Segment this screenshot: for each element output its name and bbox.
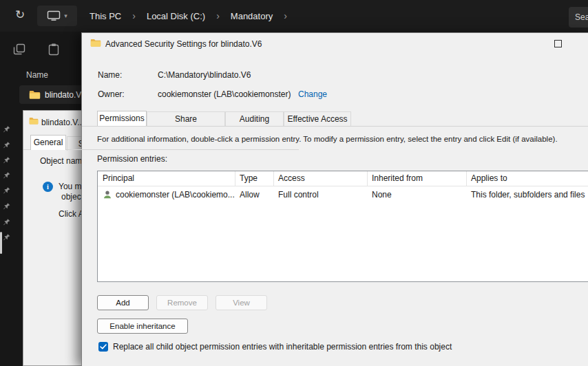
chevron-right-icon[interactable]: › [132,10,136,21]
column-header-name[interactable]: Name [26,70,48,80]
pin-icon[interactable] [2,156,11,165]
column-header-principal[interactable]: Principal [98,171,235,186]
name-value: C:\Mandatory\blindato.V6 [158,70,251,80]
pin-icon[interactable] [2,186,11,195]
tab-divider [82,126,588,127]
column-header-type[interactable]: Type [235,171,274,186]
chevron-right-icon[interactable]: › [284,10,287,21]
enable-inheritance-button[interactable]: Enable inheritance [97,319,188,334]
owner-label: Owner: [98,89,125,99]
column-header-access[interactable]: Access [274,171,368,186]
maximize-button[interactable] [554,40,562,47]
pin-icon[interactable] [2,218,11,227]
cell-access: Full control [274,190,368,200]
folder-icon [90,39,101,50]
search-input[interactable]: Sea [569,7,588,28]
pin-icon[interactable] [2,125,11,134]
tab-general[interactable]: General [30,135,66,150]
replace-permissions-label[interactable]: Replace all child object permission entr… [113,342,452,352]
column-header-inherited-from[interactable]: Inherited from [368,171,467,186]
table-row[interactable]: cookiemonster (LAB\cookiemo... Allow Ful… [98,186,588,203]
folder-icon [29,90,41,100]
cell-type: Allow [235,190,274,200]
instructions-text: For additional information, double-click… [97,135,558,143]
pin-icon[interactable] [2,202,11,211]
checkmark-icon [100,344,107,349]
pin-icon[interactable] [2,171,11,180]
name-label: Name: [98,70,122,80]
refresh-icon[interactable]: ↻ [15,9,25,21]
this-pc-monitor-icon [47,10,61,21]
advanced-security-settings-dialog: Advanced Security Settings for blindato.… [81,32,588,366]
tab-permissions[interactable]: Permissions [97,111,147,126]
breadcrumb-mandatory[interactable]: Mandatory [231,11,273,21]
chevron-down-icon: ▾ [64,12,67,19]
file-list-item-blindato[interactable]: blindato.V6 [19,85,88,104]
chevron-right-icon[interactable]: › [216,10,220,21]
add-button[interactable]: Add [97,295,149,310]
info-icon: i [43,182,53,192]
owner-value: cookiemonster (LAB\cookiemonster) [158,89,291,99]
breadcrumb: This PC › Local Disk (C:) › Mandatory › [90,0,298,32]
pin-icon[interactable] [2,233,11,242]
tab-effective-access[interactable]: Effective Access [284,111,351,126]
cell-inherited-from: None [368,190,467,200]
explorer-address-bar: ↻ ▾ This PC › Local Disk (C:) › Mandator… [0,0,588,32]
user-icon [103,190,112,200]
breadcrumb-local-disk-c[interactable]: Local Disk (C:) [147,11,205,21]
permission-entries-label: Permission entries: [97,154,167,164]
left-edge-scrollbar[interactable] [0,232,2,254]
tab-auditing[interactable]: Auditing [225,111,284,126]
dialog-title: Advanced Security Settings for blindato.… [105,39,262,49]
pin-icon[interactable] [2,141,11,150]
column-header-applies-to[interactable]: Applies to [467,171,588,186]
table-header-row: Principal Type Access Inherited from App… [98,171,588,186]
copy-icon[interactable] [12,43,26,58]
remove-button[interactable]: Remove [156,295,208,310]
cell-principal: cookiemonster (LAB\cookiemo... [116,190,235,200]
replace-permissions-checkbox[interactable] [98,342,108,352]
folder-icon [29,117,39,127]
file-list-item-label: blindato.V6 [45,90,86,100]
location-icon-button[interactable]: ▾ [37,6,77,26]
change-owner-link[interactable]: Change [298,89,327,99]
tab-share[interactable]: Share [147,111,225,126]
view-button[interactable]: View [216,295,267,310]
paste-icon[interactable] [47,43,61,58]
permission-entries-table: Principal Type Access Inherited from App… [97,171,588,282]
cell-applies-to: This folder, subfolders and files [467,190,588,200]
breadcrumb-this-pc[interactable]: This PC [90,11,121,21]
properties-dialog-title: blindato.V... [41,118,84,127]
